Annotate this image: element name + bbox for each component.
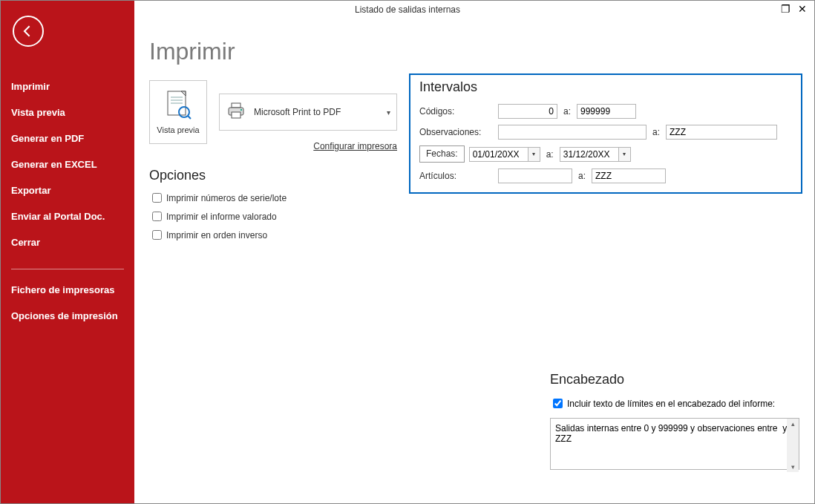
document-preview-icon [165,90,192,122]
range-sep: a: [652,127,660,137]
observaciones-to-input[interactable] [666,125,777,140]
sidebar-item-pdf[interactable]: Generar en PDF [1,125,134,151]
option-reverse-order-checkbox[interactable] [152,230,162,240]
option-valued-report-checkbox[interactable] [152,212,162,221]
preview-label: Vista previa [157,125,199,134]
option-reverse-order-label: Imprimir en orden inverso [166,230,267,240]
sidebar-item-fichero[interactable]: Fichero de impresoras [1,277,134,303]
sidebar-item-vista[interactable]: Vista previa [1,99,134,125]
option-serial-lot-label: Imprimir números de serie/lote [166,193,287,203]
configure-printer-link[interactable]: Configurar impresora [219,141,397,151]
sidebar-item-cerrar[interactable]: Cerrar [1,229,134,255]
sidebar: Imprimir Vista previa Generar en PDF Gen… [1,1,134,503]
encabezado-include-limits[interactable]: Incluir texto de límites en el encabezad… [550,396,799,410]
codigos-label: Códigos: [419,106,494,117]
preview-button[interactable]: Vista previa [149,80,207,144]
codigos-to-input[interactable] [577,104,636,119]
fechas-to-input[interactable] [560,147,619,162]
textarea-scrollbar[interactable]: ▴ ▾ [787,419,799,472]
articulos-to-input[interactable] [592,168,666,183]
fechas-from-input[interactable] [469,147,528,162]
fechas-from-dropdown[interactable]: ▾ [528,147,540,162]
observaciones-from-input[interactable] [498,125,647,140]
arrow-left-icon [21,24,36,39]
svg-rect-9 [232,112,240,118]
window-close-icon[interactable]: ✕ [798,4,807,14]
intervals-panel: Intervalos Códigos: a: Observaciones: a:… [409,73,802,194]
sidebar-separator [11,269,124,269]
main-panel: Imprimir Vista previa [134,1,814,503]
observaciones-label: Observaciones: [419,127,494,137]
back-button[interactable] [13,16,44,47]
fechas-to-dropdown[interactable]: ▾ [619,147,631,162]
sidebar-item-opciones[interactable]: Opciones de impresión [1,303,134,329]
range-sep: a: [563,106,571,117]
fechas-button[interactable]: Fechas: [419,145,465,163]
svg-point-10 [240,108,242,110]
encabezado-include-limits-label: Incluir texto de límites en el encabezad… [567,399,775,409]
range-sep: a: [546,149,554,160]
scroll-up-icon[interactable]: ▴ [787,419,799,429]
option-valued-report[interactable]: Imprimir el informe valorado [149,209,799,223]
range-sep: a: [578,171,586,181]
printer-selected-label: Microsoft Print to PDF [254,107,341,117]
svg-rect-7 [232,103,240,108]
encabezado-title: Encabezado [550,372,799,387]
sidebar-item-excel[interactable]: Generar en EXCEL [1,151,134,177]
sidebar-item-portal[interactable]: Enviar al Portal Doc. [1,203,134,229]
sidebar-item-imprimir[interactable]: Imprimir [1,73,134,99]
option-reverse-order[interactable]: Imprimir en orden inverso [149,228,799,242]
codigos-from-input[interactable] [498,104,557,119]
articulos-from-input[interactable] [498,168,572,183]
printer-select[interactable]: Microsoft Print to PDF ▾ [219,94,397,131]
scroll-down-icon[interactable]: ▾ [787,462,799,472]
option-valued-report-label: Imprimir el informe valorado [166,212,277,222]
encabezado-panel: Encabezado Incluir texto de límites en e… [550,372,799,473]
window-restore-icon[interactable]: ❐ [781,4,791,14]
page-title: Imprimir [149,38,799,65]
encabezado-text-area[interactable] [550,418,799,470]
chevron-down-icon: ▾ [387,108,390,117]
printer-icon [226,102,246,123]
articulos-label: Artículos: [419,171,494,181]
intervals-title: Intervalos [419,79,792,95]
sidebar-item-exportar[interactable]: Exportar [1,177,134,203]
option-serial-lot-checkbox[interactable] [152,193,162,203]
encabezado-include-limits-checkbox[interactable] [553,399,563,408]
svg-line-6 [188,116,191,119]
window-title: Listado de salidas internas [1,1,814,19]
